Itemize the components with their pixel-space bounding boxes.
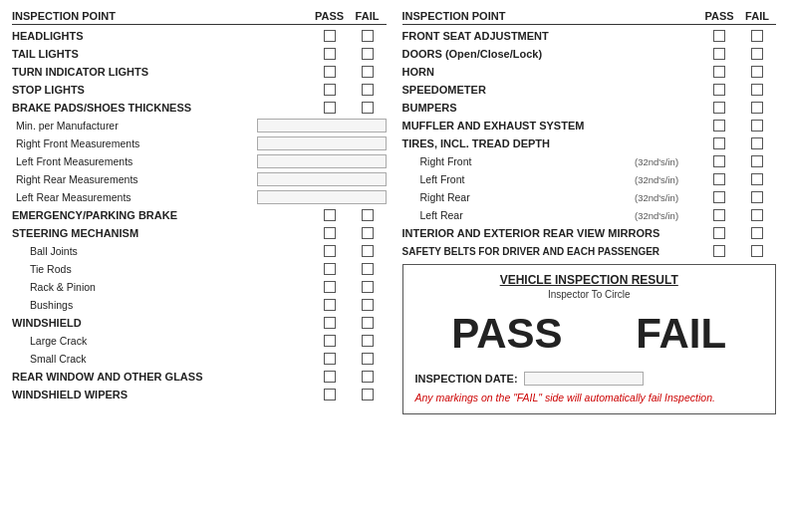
fail-checkbox[interactable]: [751, 48, 763, 60]
pass-checkbox[interactable]: [713, 191, 725, 203]
fail-checkbox[interactable]: [751, 227, 763, 239]
fail-checkbox[interactable]: [751, 173, 763, 185]
pass-checkbox-cell: [700, 66, 738, 78]
pass-checkbox-cell: [700, 120, 738, 132]
pass-checkbox[interactable]: [713, 209, 725, 221]
right-header: INSPECTION POINT PASS FAIL: [402, 10, 777, 25]
pass-checkbox-cell: [311, 299, 349, 311]
pass-checkbox[interactable]: [713, 30, 725, 42]
fail-checkbox[interactable]: [751, 120, 763, 132]
row-label: Left Front: [402, 173, 632, 185]
pass-checkbox[interactable]: [713, 102, 725, 114]
pass-checkbox-cell: [700, 155, 738, 167]
brake-left-rear-input[interactable]: [257, 190, 387, 204]
right-fail-header: FAIL: [738, 10, 776, 22]
pass-checkbox[interactable]: [324, 353, 336, 365]
fail-checkbox[interactable]: [362, 245, 374, 257]
vehicle-inspection-result-box: VEHICLE INSPECTION RESULT Inspector To C…: [402, 264, 777, 414]
pass-checkbox-cell: [311, 245, 349, 257]
fail-checkbox[interactable]: [362, 335, 374, 347]
fail-checkbox-cell: [349, 263, 387, 275]
table-row: BRAKE PADS/SHOES THICKNESS: [12, 99, 387, 117]
pass-checkbox[interactable]: [324, 245, 336, 257]
pass-checkbox-cell: [700, 227, 738, 239]
pass-checkbox-cell: [311, 227, 349, 239]
fail-checkbox[interactable]: [362, 263, 374, 275]
row-label: TIRES, INCL. TREAD DEPTH: [402, 136, 701, 150]
table-row: WINDSHIELD: [12, 314, 387, 332]
pass-checkbox[interactable]: [324, 102, 336, 114]
row-label: MUFFLER AND EXHAUST SYSTEM: [402, 119, 701, 133]
fail-checkbox[interactable]: [362, 102, 374, 114]
fail-checkbox-cell: [738, 245, 776, 257]
fail-checkbox[interactable]: [751, 245, 763, 257]
pass-checkbox-cell: [700, 137, 738, 149]
fail-checkbox[interactable]: [362, 66, 374, 78]
fail-checkbox-cell: [738, 48, 776, 60]
fail-checkbox[interactable]: [362, 209, 374, 221]
pass-checkbox[interactable]: [713, 155, 725, 167]
pass-checkbox[interactable]: [324, 335, 336, 347]
pass-checkbox[interactable]: [713, 120, 725, 132]
fail-checkbox[interactable]: [751, 66, 763, 78]
fail-checkbox[interactable]: [362, 389, 374, 400]
pass-checkbox[interactable]: [713, 245, 725, 257]
pass-checkbox[interactable]: [713, 227, 725, 239]
fail-checkbox[interactable]: [362, 371, 374, 383]
fail-checkbox[interactable]: [362, 317, 374, 329]
pass-checkbox[interactable]: [324, 48, 336, 60]
pass-checkbox[interactable]: [324, 84, 336, 96]
fail-checkbox[interactable]: [751, 30, 763, 42]
row-label: BUMPERS: [402, 101, 701, 115]
pass-checkbox[interactable]: [713, 84, 725, 96]
pass-checkbox[interactable]: [713, 173, 725, 185]
fail-checkbox[interactable]: [751, 209, 763, 221]
brake-left-front-input[interactable]: [257, 154, 387, 168]
fail-checkbox[interactable]: [751, 84, 763, 96]
table-row: SAFETY BELTS FOR DRIVER AND EACH PASSENG…: [402, 242, 777, 260]
pass-checkbox[interactable]: [713, 66, 725, 78]
result-subtitle: Inspector To Circle: [415, 289, 764, 300]
right-pass-header: PASS: [700, 10, 738, 22]
fail-checkbox-cell: [738, 191, 776, 203]
fail-checkbox[interactable]: [362, 84, 374, 96]
pass-checkbox[interactable]: [713, 48, 725, 60]
fail-checkbox[interactable]: [362, 353, 374, 365]
pass-checkbox[interactable]: [324, 209, 336, 221]
pass-checkbox[interactable]: [713, 137, 725, 149]
fail-checkbox-cell: [349, 227, 387, 239]
pass-checkbox[interactable]: [324, 30, 336, 42]
fail-checkbox-cell: [349, 30, 387, 42]
table-row: TAIL LIGHTS: [12, 45, 387, 63]
pass-checkbox-cell: [311, 30, 349, 42]
row-label: Tie Rods: [12, 262, 311, 276]
fail-checkbox[interactable]: [751, 191, 763, 203]
table-row: EMERGENCY/PARKING BRAKE: [12, 206, 387, 224]
pass-checkbox-cell: [311, 48, 349, 60]
fail-checkbox[interactable]: [362, 281, 374, 293]
pass-checkbox[interactable]: [324, 299, 336, 311]
brake-right-front-input[interactable]: [257, 136, 387, 150]
brake-min-input[interactable]: [257, 119, 387, 133]
brake-right-rear-input[interactable]: [257, 172, 387, 186]
fail-checkbox[interactable]: [362, 227, 374, 239]
fail-checkbox[interactable]: [751, 155, 763, 167]
fail-checkbox[interactable]: [751, 102, 763, 114]
pass-checkbox[interactable]: [324, 227, 336, 239]
pass-checkbox[interactable]: [324, 281, 336, 293]
inspection-date-input[interactable]: [524, 372, 644, 386]
left-header: INSPECTION POINT PASS FAIL: [12, 10, 387, 25]
fail-checkbox[interactable]: [362, 48, 374, 60]
pass-checkbox-cell: [311, 281, 349, 293]
pass-checkbox[interactable]: [324, 371, 336, 383]
unit-label: (32nd's/in): [631, 174, 700, 185]
fail-checkbox-cell: [349, 335, 387, 347]
unit-label: (32nd's/in): [631, 156, 700, 167]
pass-checkbox[interactable]: [324, 263, 336, 275]
pass-checkbox[interactable]: [324, 66, 336, 78]
pass-checkbox[interactable]: [324, 389, 336, 400]
fail-checkbox[interactable]: [751, 137, 763, 149]
fail-checkbox[interactable]: [362, 299, 374, 311]
fail-checkbox[interactable]: [362, 30, 374, 42]
pass-checkbox[interactable]: [324, 317, 336, 329]
